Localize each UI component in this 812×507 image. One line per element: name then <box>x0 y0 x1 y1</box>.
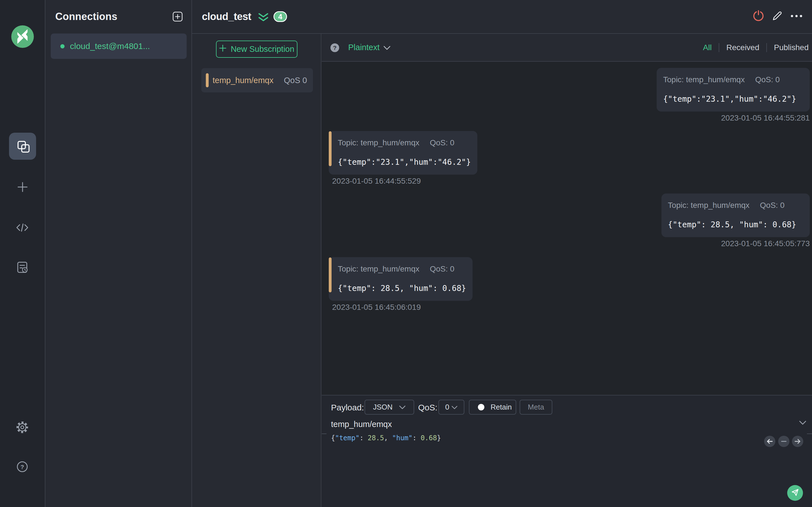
message-bubble: Topic: temp_hum/emqxQoS: 0 {"temp":"23.1… <box>657 68 810 112</box>
payload-format-select[interactable]: Plaintext <box>348 34 391 61</box>
edit-connection-button[interactable] <box>772 11 783 22</box>
plus-icon <box>219 45 226 54</box>
filter-separator <box>766 43 767 52</box>
ellipsis-icon <box>790 14 803 19</box>
pen-icon <box>772 10 783 22</box>
message-published: Topic: temp_hum/emqxQoS: 0 {"temp":"23.1… <box>657 68 810 122</box>
connection-list-item[interactable]: cloud_test@m4801... <box>51 34 187 59</box>
gear-icon <box>16 421 29 435</box>
sidebar-item-log[interactable] <box>17 262 28 274</box>
qos-value: 0 <box>445 403 449 411</box>
message-color-bar <box>329 131 332 166</box>
send-button[interactable] <box>787 485 803 501</box>
message-bubble: Topic: temp_hum/emqxQoS: 0 {"temp": 28.5… <box>661 193 810 237</box>
subscription-count-badge: 4 <box>273 11 287 22</box>
meta-label: Meta <box>528 403 544 411</box>
help-icon: ? <box>17 461 28 473</box>
message-received: Topic: temp_hum/emqxQoS: 0 {"temp":"23.1… <box>329 131 477 185</box>
message-bubble: Topic: temp_hum/emqxQoS: 0 {"temp":"23.1… <box>329 131 477 175</box>
new-subscription-button[interactable]: New Subscription <box>216 41 297 58</box>
qos-label: QoS: <box>418 403 437 412</box>
divider-tick <box>322 434 326 434</box>
message-payload: {"temp": 28.5, "hum": 0.68} <box>338 284 466 293</box>
chevron-down-icon <box>451 403 458 411</box>
code-icon <box>16 223 29 234</box>
message-color-bar <box>329 258 332 292</box>
message-payload: {"temp":"23.1","hum":"46.2"} <box>338 158 471 167</box>
send-icon <box>791 488 799 498</box>
filter-published[interactable]: Published <box>774 43 809 52</box>
power-icon <box>753 10 764 23</box>
chevron-down-icon <box>399 403 406 411</box>
left-nav-rail: ? <box>0 0 45 507</box>
connection-name: cloud_test@m4801... <box>70 41 150 51</box>
new-subscription-label: New Subscription <box>231 45 294 54</box>
message-timestamp: 2023-01-05 16:44:55:281 <box>657 114 810 122</box>
subscription-item[interactable]: temp_hum/emqx QoS 0 <box>201 68 313 93</box>
subscription-topic: temp_hum/emqx <box>213 76 273 85</box>
message-payload: {"temp": 28.5, "hum": 0.68} <box>668 220 796 229</box>
connections-panel-title: Connections <box>55 11 117 22</box>
chevron-down-icon <box>383 46 391 50</box>
message-timestamp: 2023-01-05 16:45:05:773 <box>661 240 810 247</box>
header-left-group: cloud_test 4 <box>202 0 287 33</box>
payload-help-icon[interactable]: ? <box>331 43 339 52</box>
sidebar-item-settings[interactable] <box>16 421 29 434</box>
meta-button[interactable]: Meta <box>520 400 552 414</box>
message-payload: {"temp":"23.1","hum":"46.2"} <box>663 94 796 104</box>
payload-format-dropdown[interactable]: JSON <box>364 400 414 414</box>
subscription-qos: QoS 0 <box>284 76 307 85</box>
subscriptions-panel: New Subscription temp_hum/emqx QoS 0 <box>192 34 321 507</box>
message-topic: Topic: temp_hum/emqx <box>338 265 419 273</box>
connection-title: cloud_test <box>202 11 251 22</box>
sidebar-item-script[interactable] <box>15 223 29 233</box>
message-received: Topic: temp_hum/emqxQoS: 0 {"temp": 28.5… <box>329 257 472 311</box>
history-forward-button[interactable] <box>792 436 803 447</box>
message-list[interactable]: Topic: temp_hum/emqxQoS: 0 {"temp":"23.1… <box>322 62 812 395</box>
sidebar-item-help[interactable]: ? <box>17 462 28 473</box>
divider-tick <box>807 434 812 434</box>
plus-icon <box>17 182 28 193</box>
collapse-connection-icon[interactable] <box>258 13 269 22</box>
message-qos: QoS: 0 <box>430 265 454 273</box>
retain-radio-icon <box>478 404 485 410</box>
disconnect-button[interactable] <box>753 11 764 22</box>
sidebar-item-new-connection[interactable] <box>17 182 28 193</box>
publish-payload-editor[interactable]: {"temp": 28.5, "hum": 0.68} <box>331 434 441 442</box>
history-back-button[interactable] <box>764 436 775 447</box>
collapse-publish-icon[interactable] <box>799 420 806 426</box>
clear-payload-button[interactable] <box>778 436 790 447</box>
message-qos: QoS: 0 <box>430 138 454 147</box>
sidebar-item-connections[interactable] <box>9 133 36 160</box>
payload-label: Payload: <box>331 403 364 412</box>
message-timestamp: 2023-01-05 16:45:06:019 <box>332 303 472 311</box>
messages-toolbar: ? Plaintext All Received Published <box>322 34 812 62</box>
message-topic: Topic: temp_hum/emqx <box>663 75 745 84</box>
more-options-button[interactable] <box>791 11 802 22</box>
log-icon <box>17 262 28 275</box>
message-filter-group: All Received Published <box>703 34 809 61</box>
connections-panel: Connections cloud_test@m4801... <box>45 0 192 507</box>
connections-icon <box>15 138 30 154</box>
mqttx-logo <box>11 25 34 48</box>
filter-separator <box>719 43 719 52</box>
publish-topic-input[interactable]: temp_hum/emqx <box>331 420 392 429</box>
new-connection-button[interactable] <box>172 11 183 22</box>
subscription-color-bar <box>206 73 209 87</box>
message-topic: Topic: temp_hum/emqx <box>668 201 749 210</box>
message-bubble: Topic: temp_hum/emqxQoS: 0 {"temp": 28.5… <box>329 257 472 301</box>
message-published: Topic: temp_hum/emqxQoS: 0 {"temp": 28.5… <box>661 193 810 247</box>
connection-header: cloud_test 4 <box>192 0 812 34</box>
message-qos: QoS: 0 <box>755 75 779 84</box>
retain-label: Retain <box>491 403 512 411</box>
payload-format-value: Plaintext <box>348 43 379 52</box>
message-topic: Topic: temp_hum/emqx <box>338 138 419 147</box>
retain-toggle[interactable]: Retain <box>469 400 516 414</box>
qos-dropdown[interactable]: 0 <box>439 400 464 414</box>
filter-all[interactable]: All <box>703 43 712 52</box>
connected-status-dot <box>60 44 64 48</box>
message-qos: QoS: 0 <box>760 201 784 210</box>
publish-panel: Payload: JSON QoS: 0 Retain Meta temp_hu… <box>322 395 812 507</box>
message-timestamp: 2023-01-05 16:44:55:529 <box>332 177 477 185</box>
filter-received[interactable]: Received <box>726 43 759 52</box>
